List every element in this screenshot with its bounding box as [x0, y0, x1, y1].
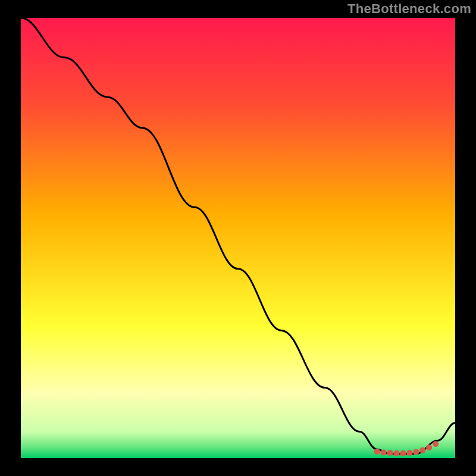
marker-point [413, 449, 419, 455]
marker-point [426, 444, 432, 450]
marker-point [433, 441, 439, 447]
chart-container: TheBottleneck.com [0, 0, 476, 476]
marker-point [387, 450, 393, 456]
plot-area [21, 18, 455, 458]
marker-point [393, 450, 399, 456]
marker-point [400, 450, 406, 456]
chart-svg [21, 18, 455, 458]
marker-point [419, 447, 425, 453]
marker-point [374, 449, 380, 455]
gradient-background [21, 18, 455, 458]
marker-point [406, 450, 412, 456]
attribution-text: TheBottleneck.com [347, 1, 471, 17]
marker-point [381, 449, 387, 455]
